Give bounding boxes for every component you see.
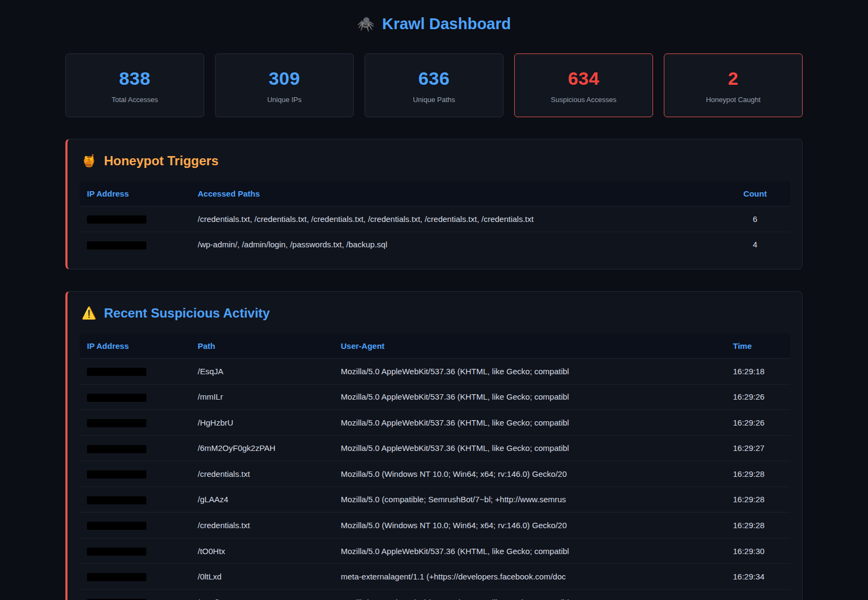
path-cell: /EsqJA xyxy=(190,359,333,385)
count-cell: 4 xyxy=(720,232,790,257)
column-header-ip: IP Address xyxy=(79,334,190,359)
redacted-ip-bar xyxy=(87,241,146,250)
honeypot-table-row: /credentials.txt, /credentials.txt, /cre… xyxy=(79,206,790,232)
redacted-ip-bar xyxy=(87,573,146,581)
redacted-ip-bar xyxy=(87,548,146,556)
time-cell: 16:29:34 xyxy=(725,589,790,600)
stat-value: 636 xyxy=(371,68,497,89)
stat-label: Unique IPs xyxy=(221,96,348,104)
ip-cell xyxy=(79,384,190,410)
spider-icon: 🕷️ xyxy=(357,16,374,32)
redacted-ip-bar xyxy=(87,394,146,402)
stat-value: 838 xyxy=(71,68,198,89)
path-cell: /HgHzbrU xyxy=(190,410,333,436)
path-cell: /3FXfiC xyxy=(190,589,333,600)
redacted-ip-bar xyxy=(87,368,146,376)
path-cell: /credentials.txt xyxy=(190,461,333,487)
ip-cell xyxy=(79,435,190,461)
user-agent-cell: Mozilla/5.0 (Windows NT 10.0; Win64; x64… xyxy=(333,461,725,487)
stat-value: 309 xyxy=(221,68,348,89)
dashboard-container: 🕷️ Krawl Dashboard 838 Total Accesses 30… xyxy=(65,0,803,600)
ip-cell xyxy=(79,232,190,257)
path-cell: /gLAAz4 xyxy=(190,487,333,513)
accessed-paths-cell: /credentials.txt, /credentials.txt, /cre… xyxy=(190,206,720,232)
redacted-ip-bar xyxy=(87,215,146,224)
suspicious-table-row: /0ltLxd meta-externalagent/1.1 (+https:/… xyxy=(79,564,790,590)
path-cell: /credentials.txt xyxy=(190,513,333,538)
honeypot-table-row: /wp-admin/, /admin/login, /passwords.txt… xyxy=(79,232,790,257)
redacted-ip-bar xyxy=(87,470,146,478)
suspicious-table-row: /gLAAz4 Mozilla/5.0 (compatible; Semrush… xyxy=(79,487,790,513)
suspicious-table-row: /credentials.txt Mozilla/5.0 (Windows NT… xyxy=(79,513,790,538)
ip-cell xyxy=(79,359,190,385)
stat-label: Unique Paths xyxy=(371,96,497,104)
time-cell: 16:29:18 xyxy=(725,359,790,385)
page-header: 🕷️ Krawl Dashboard xyxy=(65,15,803,33)
user-agent-cell: Mozilla/5.0 AppleWebKit/537.36 (KHTML, l… xyxy=(333,359,725,385)
ip-cell xyxy=(79,589,190,600)
warning-icon: ⚠️ xyxy=(82,306,96,320)
accessed-paths-cell: /wp-admin/, /admin/login, /passwords.txt… xyxy=(190,232,720,257)
honeypot-table: IP Address Accessed Paths Count /credent… xyxy=(79,181,790,257)
redacted-ip-bar xyxy=(87,522,146,530)
ip-cell xyxy=(79,206,190,232)
column-header-path: Path xyxy=(190,334,333,359)
path-cell: /tO0Htx xyxy=(190,538,333,564)
user-agent-cell: Mozilla/5.0 AppleWebKit/537.36 (KHTML, l… xyxy=(333,589,725,600)
page-title: 🕷️ Krawl Dashboard xyxy=(357,15,511,33)
path-cell: /0ltLxd xyxy=(190,564,333,590)
honeypot-icon: 🍯 xyxy=(82,154,96,168)
user-agent-cell: Mozilla/5.0 AppleWebKit/537.36 (KHTML, l… xyxy=(333,384,725,410)
user-agent-cell: Mozilla/5.0 (Windows NT 10.0; Win64; x64… xyxy=(333,513,725,538)
count-cell: 6 xyxy=(720,206,790,232)
ip-cell xyxy=(79,410,190,436)
suspicious-activity-section: ⚠️ Recent Suspicious Activity IP Address… xyxy=(65,291,803,600)
honeypot-title-text: Honeypot Triggers xyxy=(104,153,218,168)
time-cell: 16:29:28 xyxy=(725,487,790,513)
ip-cell xyxy=(79,538,190,564)
time-cell: 16:29:28 xyxy=(725,461,790,487)
honeypot-table-header-row: IP Address Accessed Paths Count xyxy=(79,181,790,206)
suspicious-table-header-row: IP Address Path User-Agent Time xyxy=(79,334,790,359)
ip-cell xyxy=(79,461,190,487)
suspicious-table-row: /EsqJA Mozilla/5.0 AppleWebKit/537.36 (K… xyxy=(79,359,790,385)
stat-card-suspicious-accesses: 634 Suspicious Accesses xyxy=(514,53,653,117)
suspicious-table-row: /credentials.txt Mozilla/5.0 (Windows NT… xyxy=(79,461,790,487)
redacted-ip-bar xyxy=(87,419,146,427)
column-header-user-agent: User-Agent xyxy=(333,334,725,359)
user-agent-cell: Mozilla/5.0 AppleWebKit/537.36 (KHTML, l… xyxy=(333,410,725,436)
time-cell: 16:29:28 xyxy=(725,513,790,538)
stat-value: 634 xyxy=(520,68,647,89)
suspicious-table-row: /mmILr Mozilla/5.0 AppleWebKit/537.36 (K… xyxy=(79,384,790,410)
stat-label: Suspicious Accesses xyxy=(520,96,647,104)
user-agent-cell: Mozilla/5.0 AppleWebKit/537.36 (KHTML, l… xyxy=(333,435,725,461)
stat-label: Honeypot Caught xyxy=(670,96,797,104)
suspicious-table-row: /tO0Htx Mozilla/5.0 AppleWebKit/537.36 (… xyxy=(79,538,790,564)
time-cell: 16:29:30 xyxy=(725,538,790,564)
column-header-ip: IP Address xyxy=(79,181,190,206)
column-header-time: Time xyxy=(725,334,790,359)
stat-card-honeypot-caught: 2 Honeypot Caught xyxy=(664,53,803,117)
suspicious-table-row: /3FXfiC Mozilla/5.0 AppleWebKit/537.36 (… xyxy=(79,589,790,600)
redacted-ip-bar xyxy=(87,496,146,504)
stats-row: 838 Total Accesses 309 Unique IPs 636 Un… xyxy=(65,53,803,117)
ip-cell xyxy=(79,487,190,513)
user-agent-cell: meta-externalagent/1.1 (+https://develop… xyxy=(333,564,725,590)
stat-card-unique-ips: 309 Unique IPs xyxy=(215,53,354,117)
time-cell: 16:29:26 xyxy=(725,384,790,410)
stat-label: Total Accesses xyxy=(71,96,198,104)
stat-value: 2 xyxy=(670,68,797,89)
stat-card-total-accesses: 838 Total Accesses xyxy=(65,53,204,117)
time-cell: 16:29:27 xyxy=(725,435,790,461)
honeypot-triggers-section: 🍯 Honeypot Triggers IP Address Accessed … xyxy=(65,139,803,269)
path-cell: /mmILr xyxy=(190,384,333,410)
honeypot-section-title: 🍯 Honeypot Triggers xyxy=(82,153,790,168)
redacted-ip-bar xyxy=(87,445,146,453)
path-cell: /6mM2OyF0gk2zPAH xyxy=(190,435,333,461)
suspicious-table-row: /HgHzbrU Mozilla/5.0 AppleWebKit/537.36 … xyxy=(79,410,790,436)
time-cell: 16:29:34 xyxy=(725,564,790,590)
user-agent-cell: Mozilla/5.0 (compatible; SemrushBot/7~bl… xyxy=(333,487,725,513)
suspicious-title-text: Recent Suspicious Activity xyxy=(104,306,270,321)
stat-card-unique-paths: 636 Unique Paths xyxy=(365,53,503,117)
column-header-count: Count xyxy=(720,181,790,206)
